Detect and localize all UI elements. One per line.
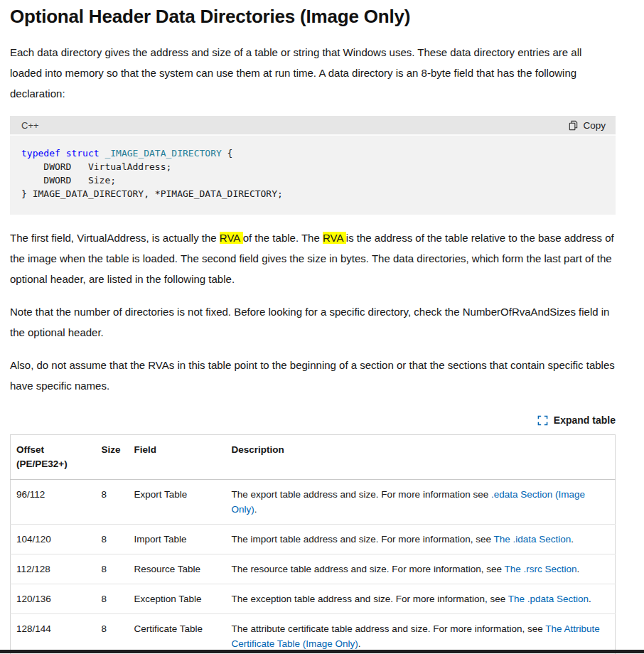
offset-cell: 120/136: [11, 584, 96, 614]
size-cell: 8: [96, 525, 129, 554]
highlighted-term: RVA: [220, 232, 243, 244]
field-cell: Certificate Table: [129, 614, 226, 654]
code-line: } IMAGE_DATA_DIRECTORY, *PIMAGE_DATA_DIR…: [21, 187, 604, 200]
code-block-header: C++ Copy: [10, 116, 616, 136]
table-row: 104/1208Import TableThe import table add…: [11, 525, 616, 554]
description-cell: The export table address and size. For m…: [226, 480, 616, 525]
expand-table-button[interactable]: Expand table: [537, 414, 616, 426]
field-cell: Exception Table: [129, 584, 226, 614]
rva-paragraph: The first field, VirtualAddress, is actu…: [10, 227, 616, 289]
column-header: Field: [129, 435, 226, 480]
intro-paragraph: Each data directory gives the address an…: [10, 42, 616, 104]
table-row: 120/1368Exception TableThe exception tab…: [11, 584, 616, 614]
copy-button[interactable]: Copy: [568, 120, 606, 131]
code-line: DWORD Size;: [21, 173, 604, 187]
copy-button-label: Copy: [583, 120, 606, 131]
offset-cell: 96/112: [11, 480, 96, 525]
expand-table-label: Expand table: [554, 414, 616, 426]
table-row: 112/1288Resource TableThe resource table…: [11, 554, 616, 584]
note-paragraph: Note that the number of directories is n…: [10, 301, 616, 343]
description-link[interactable]: The .pdata Section: [508, 594, 589, 604]
column-header: Description: [226, 435, 616, 480]
article-page: Optional Header Data Directories (Image …: [10, 6, 616, 654]
code-content: typedef struct _IMAGE_DATA_DIRECTORY { D…: [10, 136, 616, 215]
code-line: DWORD VirtualAddress;: [21, 160, 604, 173]
column-header: Size: [96, 435, 129, 480]
copy-icon: [568, 120, 579, 131]
size-cell: 8: [96, 480, 129, 525]
table-header-row: Offset (PE/PE32+)SizeFieldDescription: [11, 435, 616, 480]
page-title: Optional Header Data Directories (Image …: [10, 6, 616, 28]
data-directories-table: Offset (PE/PE32+)SizeFieldDescription 96…: [10, 434, 616, 654]
field-cell: Resource Table: [129, 554, 226, 584]
offset-cell: 112/128: [11, 554, 96, 584]
description-link[interactable]: The .rsrc Section: [504, 564, 576, 574]
highlighted-term: RVA: [323, 232, 346, 244]
column-header: Offset (PE/PE32+): [11, 435, 96, 480]
size-cell: 8: [96, 614, 129, 654]
description-link[interactable]: .edata Section (Image Only): [232, 489, 586, 515]
code-line: typedef struct _IMAGE_DATA_DIRECTORY {: [21, 146, 604, 160]
table-row: 128/1448Certificate TableThe attribute c…: [11, 614, 616, 654]
offset-cell: 128/144: [11, 614, 96, 654]
window-bottom-edge: [0, 650, 644, 653]
offset-cell: 104/120: [11, 525, 96, 554]
size-cell: 8: [96, 554, 129, 584]
expand-table-icon: [537, 415, 548, 426]
description-link[interactable]: The Attribute Certificate Table (Image O…: [232, 623, 600, 649]
also-paragraph: Also, do not assume that the RVAs in thi…: [10, 355, 616, 396]
table-toolbar: Expand table: [10, 414, 616, 426]
field-cell: Export Table: [129, 480, 226, 525]
description-link[interactable]: The .idata Section: [493, 534, 571, 545]
description-cell: The exception table address and size. Fo…: [226, 584, 616, 614]
size-cell: 8: [96, 584, 129, 614]
field-cell: Import Table: [129, 525, 226, 554]
description-cell: The import table address and size. For m…: [226, 525, 616, 554]
description-cell: The resource table address and size. For…: [226, 554, 616, 584]
code-language-label: C++: [21, 120, 39, 131]
description-cell: The attribute certificate table address …: [226, 614, 616, 654]
table-row: 96/1128Export TableThe export table addr…: [11, 480, 616, 525]
code-block: C++ Copy typedef struct _IMAGE_DATA_DIRE…: [10, 116, 616, 215]
